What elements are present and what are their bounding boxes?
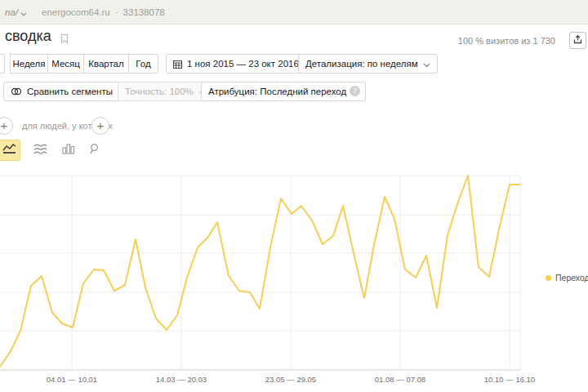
column-chart-icon [62, 143, 75, 158]
date-range-label: 1 ноя 2015 — 23 окт 2016 [187, 59, 299, 69]
metrica-summary-page: na/ energocom64.ru · 33138078 сводка 100… [0, 0, 588, 392]
attribution-dropdown-button[interactable]: Атрибуция: Последний переход [201, 82, 366, 101]
chevron-down-icon [20, 8, 27, 18]
x-axis-tick-label: 04.01 — 10.01 [33, 375, 111, 384]
add-segment-condition-button-left[interactable]: + [0, 117, 13, 135]
compare-segments-button[interactable]: Сравнить сегменты [3, 82, 132, 101]
x-axis-tick-label: 14.03 — 20.03 [142, 375, 220, 384]
chart-legend[interactable]: Переходы [546, 273, 588, 283]
stacked-areas-icon [33, 143, 47, 158]
accuracy-dropdown-button[interactable]: Точность: 100% [118, 82, 213, 101]
period-button-day-clipped[interactable]: День [0, 54, 5, 74]
bookmark-icon[interactable] [60, 33, 69, 47]
export-icon [572, 33, 583, 48]
date-range-button[interactable]: 1 ноя 2015 — 23 окт 2016 [166, 54, 306, 74]
attribution-label: Атрибуция: Последний переход [208, 87, 346, 96]
chart-type-columns-button[interactable] [57, 140, 79, 161]
legend-series-label: Переходы [555, 273, 588, 283]
chart-type-areas-button[interactable] [29, 140, 51, 161]
x-axis-tick-label: 23.05 — 29.05 [252, 375, 330, 384]
help-icon[interactable]: ? [350, 86, 360, 96]
x-axis-tick-label: 01.08 — 07.08 [361, 375, 439, 384]
venn-compare-icon [11, 87, 22, 96]
top-bar: na/ energocom64.ru · 33138078 [0, 0, 588, 24]
counter-separator: · [115, 7, 118, 17]
x-axis-tick-label: 10.10 — 16.10 [470, 375, 549, 384]
period-button-week[interactable]: Неделя [10, 54, 48, 74]
add-segment-condition-button[interactable]: + [91, 117, 109, 135]
map-pin-icon [88, 143, 100, 158]
chart-type-map-button[interactable] [82, 140, 105, 161]
export-button[interactable] [569, 32, 586, 49]
calendar-icon [173, 60, 182, 69]
page-title: сводка [5, 28, 51, 45]
line-chart-icon [2, 143, 16, 158]
compare-segments-label: Сравнить сегменты [27, 87, 113, 96]
chevron-down-icon [423, 60, 430, 69]
counter-id: 33138078 [123, 7, 165, 17]
account-menu[interactable]: na/ [5, 7, 18, 17]
visits-summary-text: 100 % визитов из 1 730 [458, 36, 555, 46]
period-button-year[interactable]: Год [128, 54, 158, 74]
period-button-quarter[interactable]: Квартал [83, 54, 129, 74]
counter-site-name[interactable]: energocom64.ru [42, 7, 110, 17]
visits-line-chart[interactable] [0, 163, 588, 384]
legend-series-dot [546, 275, 551, 281]
detail-dropdown-button[interactable]: Детализация: по неделям [298, 54, 438, 74]
detail-label: Детализация: по неделям [305, 59, 418, 69]
series-line-Переходы[interactable] [0, 176, 520, 367]
period-button-month[interactable]: Месяц [47, 54, 84, 74]
accuracy-label: Точность: 100% [125, 87, 194, 96]
chart-type-line-button[interactable] [0, 140, 20, 161]
